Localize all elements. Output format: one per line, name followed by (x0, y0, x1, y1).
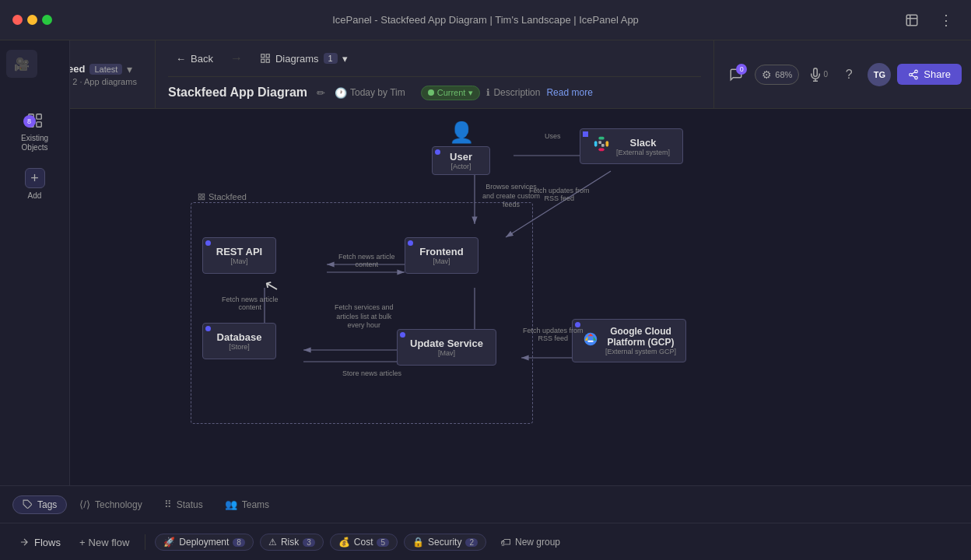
svg-rect-8 (261, 54, 265, 58)
risk-label: Risk (281, 537, 299, 548)
svg-rect-43 (601, 144, 605, 147)
user-node[interactable]: 👤 User [Actor] (432, 121, 490, 175)
slack-icon (593, 135, 610, 152)
svg-rect-9 (266, 54, 269, 58)
svg-rect-22 (36, 122, 40, 127)
svg-rect-42 (598, 141, 601, 144)
traffic-lights (12, 15, 52, 25)
new-group-button[interactable]: 🏷 New group (493, 534, 568, 551)
security-count: 2 (465, 538, 478, 547)
diagrams-icon (260, 53, 271, 64)
deployment-chip[interactable]: 🚀 Deployment 8 (155, 534, 254, 551)
titlebar: IcePanel - Stackfeed App Diagram | Tim's… (0, 0, 971, 40)
close-button[interactable] (12, 15, 23, 25)
svg-rect-34 (198, 194, 201, 196)
minimize-button[interactable] (27, 15, 37, 25)
risk-chip[interactable]: ⚠ Risk 3 (260, 534, 324, 551)
mic-icon (808, 68, 822, 82)
add-label: Add (28, 191, 42, 200)
svg-rect-36 (198, 198, 201, 200)
read-more-link[interactable]: Read more (546, 87, 592, 98)
share-button[interactable]: Share (897, 64, 962, 85)
rest-api-node[interactable]: REST API [Mav] (202, 237, 276, 274)
diagram-canvas[interactable]: Stackfeed 👤 User [Actor] REST API [Mav] … (70, 109, 971, 485)
current-badge[interactable]: Current ▾ (421, 86, 481, 100)
tab-technology-label: Technology (95, 499, 142, 510)
diagram-title: Stackfeed App Diagram (168, 86, 307, 100)
svg-rect-45 (587, 340, 593, 341)
svg-rect-37 (202, 198, 205, 200)
flows-button[interactable]: Flows (12, 534, 67, 551)
svg-rect-35 (202, 194, 205, 196)
existing-objects-label: Existing Objects (13, 134, 57, 152)
arrow-label-store: Store news articles (342, 369, 401, 377)
svg-rect-10 (266, 59, 269, 62)
existing-objects-button[interactable]: 8 Existing Objects (7, 106, 63, 159)
arrow-label-fetch: Fetch news articlecontent (338, 253, 395, 268)
left-sidebar: 🎥 8 Existing Objects + Add (0, 40, 70, 523)
security-chip[interactable]: 🔒 Security 2 (404, 534, 486, 551)
deployment-label: Deployment (179, 537, 229, 548)
security-label: Security (428, 537, 461, 548)
tab-status[interactable]: ⠿ Status (155, 495, 212, 513)
camera-button[interactable]: 🎥 (6, 50, 37, 78)
ai-score-badge[interactable]: ⚙ 68% (755, 65, 799, 85)
tab-technology[interactable]: ⟨/⟩ Technology (70, 495, 151, 513)
tab-tags[interactable]: Tags (12, 495, 67, 514)
window-title: IcePanel - Stackfeed App Diagram | Tim's… (332, 14, 639, 26)
svg-rect-11 (261, 59, 265, 62)
arrow-label-fetch2: Fetch news articlecontent (222, 296, 279, 311)
tab-status-label: Status (177, 499, 203, 510)
arrow-label-fetch3: Fetch services andarticles list at bulke… (335, 303, 394, 331)
deployment-count: 8 (233, 538, 245, 547)
gcp-icon (582, 331, 599, 348)
svg-rect-41 (598, 149, 604, 152)
notifications-button[interactable]: 0 (724, 62, 748, 87)
tab-teams-label: Teams (242, 499, 269, 510)
bottom-chips: Flows + New flow 🚀 Deployment 8 ⚠ Risk 3… (0, 523, 971, 560)
new-flow-button[interactable]: + New flow (73, 534, 135, 551)
diagrams-nav[interactable]: Diagrams 1 ▾ (252, 50, 356, 68)
titlebar-right: ⋮ (899, 8, 959, 33)
slack-node[interactable]: Slack [External system] (580, 128, 683, 164)
version-dropdown-icon[interactable]: ▾ (127, 63, 132, 75)
timestamp: 🕐 Today by Tim (335, 87, 405, 99)
extensions-icon[interactable] (899, 8, 924, 33)
description-link[interactable]: ℹ Description (486, 87, 540, 98)
svg-rect-40 (606, 141, 609, 146)
group-label: Stackfeed (198, 192, 247, 201)
help-button[interactable]: ? (836, 62, 861, 87)
arrow-label-rss1: Fetch updates fromRSS feed (529, 187, 590, 202)
avatar[interactable]: TG (868, 63, 891, 86)
chip-divider (145, 534, 145, 550)
cost-chip[interactable]: 💰 Cost 5 (330, 534, 398, 551)
version-badge: Latest (89, 64, 122, 75)
frontend-node[interactable]: Frontend [Mav] (405, 237, 478, 274)
svg-rect-38 (594, 141, 598, 146)
gcp-node[interactable]: Google CloudPlatform (GCP) [External sys… (572, 319, 686, 362)
svg-rect-39 (598, 137, 604, 140)
svg-line-17 (912, 75, 915, 76)
maximize-button[interactable] (42, 15, 52, 25)
bottom-tabs: Tags ⟨/⟩ Technology ⠿ Status 👥 Teams (0, 486, 971, 523)
cost-label: Cost (354, 537, 373, 548)
svg-rect-20 (36, 114, 40, 119)
arrow-label-rss2: Fetch updates fromRSS feed (523, 327, 584, 342)
risk-count: 3 (303, 538, 315, 547)
mic-button[interactable]: 0 (805, 62, 830, 87)
back-button[interactable]: ← Back (168, 50, 221, 68)
cost-count: 5 (377, 538, 389, 547)
tab-tags-label: Tags (37, 499, 57, 510)
add-button[interactable]: + Add (7, 162, 63, 206)
update-service-node[interactable]: Update Service [Mav] (397, 329, 496, 366)
stackfeed-group-label: Stackfeed (209, 192, 247, 201)
svg-point-16 (915, 76, 918, 79)
tag-icon (23, 499, 33, 509)
more-options-icon[interactable]: ⋮ (934, 8, 959, 33)
edit-icon[interactable]: ✏ (317, 87, 325, 99)
database-node[interactable]: Database [Store] (202, 323, 276, 359)
tab-teams[interactable]: 👥 Teams (216, 495, 279, 513)
notifications-badge: 0 (736, 64, 747, 75)
share-icon (908, 69, 919, 80)
arrow-label-uses: Uses (545, 132, 561, 140)
